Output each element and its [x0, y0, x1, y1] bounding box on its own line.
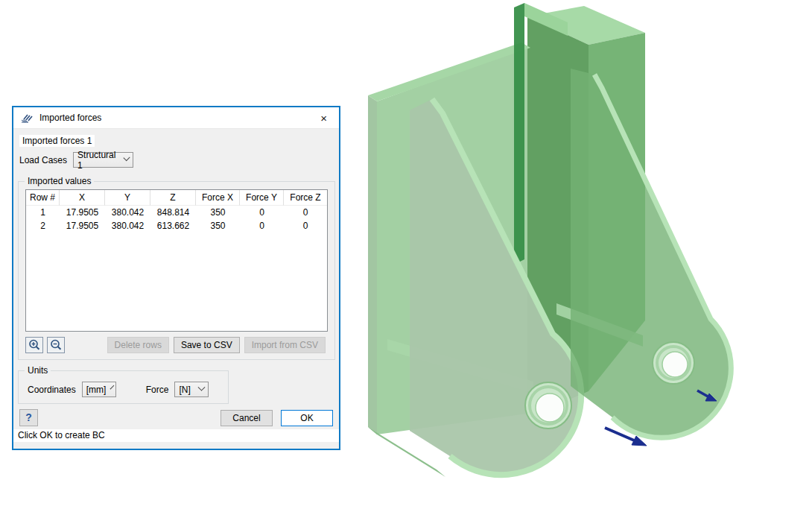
- table-cell[interactable]: 17.9505: [60, 219, 105, 233]
- 3d-viewport[interactable]: [362, 0, 812, 512]
- model-gusset-right: [571, 69, 731, 437]
- force-unit-select[interactable]: [N]: [174, 382, 209, 397]
- table-cell[interactable]: 2: [26, 219, 60, 233]
- table-header-row: Row #XYZForce XForce YForce Z: [26, 190, 327, 206]
- units-label: Units: [25, 365, 51, 376]
- coordinates-label: Coordinates: [28, 385, 76, 395]
- bracket-model[interactable]: [362, 0, 812, 512]
- cancel-button[interactable]: Cancel: [221, 410, 273, 426]
- load-cases-selected: Structural 1: [77, 150, 118, 171]
- magnifier-plus-icon: [28, 338, 41, 352]
- coordinates-unit-select[interactable]: [mm]: [82, 382, 116, 397]
- delete-rows-button[interactable]: Delete rows: [107, 337, 169, 353]
- model-edge: [368, 95, 377, 434]
- load-cases-label: Load Cases: [19, 155, 67, 165]
- dialog-titlebar[interactable]: Imported forces ×: [13, 107, 339, 129]
- coordinates-unit-selected: [mm]: [86, 385, 107, 395]
- table-header-cell[interactable]: Force Z: [284, 190, 327, 206]
- imported-forces-icon: [21, 113, 34, 123]
- table-header-cell[interactable]: X: [60, 190, 105, 206]
- model-lug-hole: [662, 352, 688, 377]
- imported-values-table[interactable]: Row #XYZForce XForce YForce Z 117.950538…: [25, 189, 328, 332]
- imported-forces-dialog: Imported forces × Imported forces 1 Load…: [12, 106, 340, 450]
- ok-button[interactable]: OK: [281, 410, 333, 426]
- table-cell[interactable]: 0: [240, 206, 284, 219]
- table-cell[interactable]: 848.814: [150, 206, 196, 219]
- chevron-down-icon: [123, 154, 130, 161]
- force-label: Force: [146, 385, 169, 395]
- zoom-out-button[interactable]: [47, 337, 65, 353]
- table-body: 117.9505380.042848.81435000217.9505380.0…: [26, 206, 327, 233]
- table-cell[interactable]: 380.042: [105, 219, 150, 233]
- table-row[interactable]: 217.9505380.042613.66235000: [26, 219, 327, 233]
- units-group: Units Coordinates [mm] Force [N]: [18, 370, 229, 404]
- zoom-in-button[interactable]: [25, 337, 43, 353]
- import-from-csv-button[interactable]: Import from CSV: [244, 337, 326, 353]
- save-to-csv-button[interactable]: Save to CSV: [174, 337, 240, 353]
- table-cell[interactable]: 1: [26, 206, 60, 219]
- table-cell[interactable]: 17.9505: [60, 206, 105, 219]
- table-cell[interactable]: 0: [284, 219, 327, 233]
- imported-values-label: Imported values: [25, 176, 94, 186]
- table-header-cell[interactable]: Force Y: [240, 190, 284, 206]
- dialog-title: Imported forces: [39, 113, 101, 123]
- table-header-cell[interactable]: Force X: [196, 190, 240, 206]
- help-button[interactable]: ?: [19, 409, 38, 426]
- table-cell[interactable]: 613.662: [150, 219, 196, 233]
- load-cases-select[interactable]: Structural 1: [73, 152, 133, 168]
- status-bar: Click OK to create BC: [13, 429, 339, 442]
- table-cell[interactable]: 350: [196, 206, 240, 219]
- magnifier-minus-icon: [49, 338, 63, 352]
- table-cell[interactable]: 0: [284, 206, 327, 219]
- table-cell[interactable]: 0: [240, 219, 284, 233]
- model-lug-hole: [536, 394, 564, 422]
- bc-name-input[interactable]: Imported forces 1: [19, 135, 95, 147]
- table-header-cell[interactable]: Z: [150, 190, 196, 206]
- table-header-cell[interactable]: Row #: [26, 190, 60, 206]
- chevron-down-icon: [198, 384, 206, 391]
- model-fin: [514, 3, 524, 265]
- table-header-cell[interactable]: Y: [105, 190, 150, 206]
- imported-values-group: Imported values Row #XYZForce XForce YFo…: [18, 181, 335, 360]
- table-cell[interactable]: 350: [196, 219, 240, 233]
- chevron-down-icon: [110, 385, 115, 390]
- force-unit-selected: [N]: [179, 385, 190, 395]
- table-cell[interactable]: 380.042: [105, 206, 150, 219]
- table-row[interactable]: 117.9505380.042848.81435000: [26, 206, 327, 219]
- close-icon[interactable]: ×: [316, 111, 332, 125]
